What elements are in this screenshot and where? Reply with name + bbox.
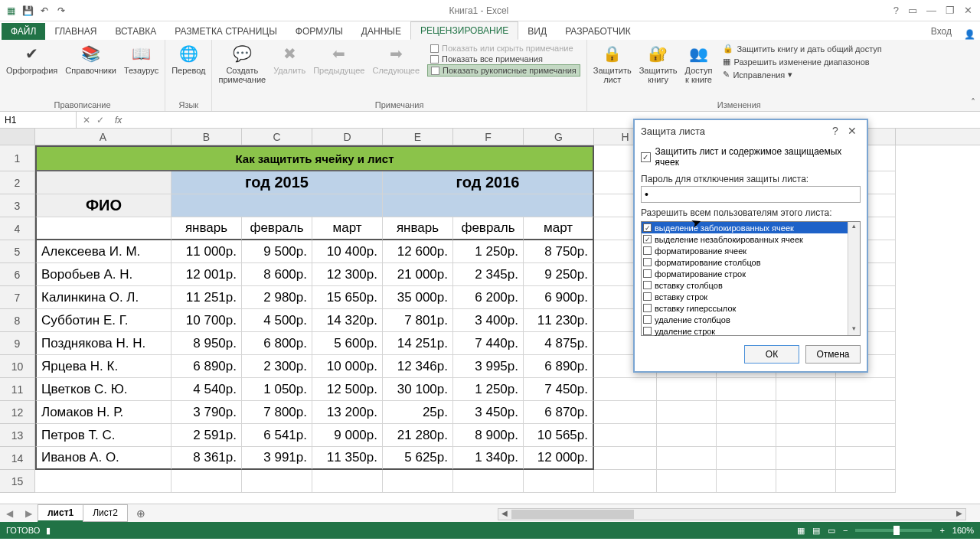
cell[interactable]: 10 700р. bbox=[172, 309, 242, 332]
cell[interactable]: Ярцева Н. К. bbox=[35, 355, 172, 378]
cell[interactable]: год 2016 bbox=[383, 171, 594, 194]
cell[interactable]: 4 500р. bbox=[242, 309, 312, 332]
cell[interactable]: март bbox=[524, 217, 594, 240]
tab-вид[interactable]: ВИД bbox=[518, 23, 556, 40]
cell[interactable] bbox=[776, 447, 836, 470]
cell[interactable]: 30 100р. bbox=[383, 378, 453, 401]
cell[interactable] bbox=[594, 378, 657, 401]
tab-вставка[interactable]: ВСТАВКА bbox=[106, 23, 165, 40]
permission-checkbox[interactable] bbox=[643, 269, 652, 278]
cell[interactable] bbox=[657, 401, 717, 424]
cell[interactable] bbox=[776, 424, 836, 447]
cell[interactable]: год 2015 bbox=[172, 171, 383, 194]
tab-разработчик[interactable]: РАЗРАБОТЧИК bbox=[556, 23, 640, 40]
show-all-comments[interactable]: Показать все примечания bbox=[427, 54, 580, 64]
cell[interactable] bbox=[594, 470, 657, 493]
row-header[interactable]: 11 bbox=[0, 378, 35, 401]
show-hide-comment[interactable]: Показать или скрыть примечание bbox=[427, 43, 580, 54]
cell[interactable] bbox=[836, 470, 896, 493]
password-input[interactable] bbox=[641, 186, 861, 203]
col-header-D[interactable]: D bbox=[312, 129, 383, 145]
protect-content-checkbox[interactable]: ✓Защитить лист и содержимое защищаемых я… bbox=[641, 145, 861, 169]
track-changes-button[interactable]: ✎Исправления ▾ bbox=[720, 69, 884, 80]
cell[interactable]: 6 200р. bbox=[453, 286, 524, 309]
permission-checkbox[interactable] bbox=[643, 304, 652, 312]
permission-checkbox[interactable] bbox=[643, 327, 652, 335]
cell[interactable]: 11 251р. bbox=[172, 286, 242, 309]
save-icon[interactable]: 💾 bbox=[21, 5, 34, 17]
cell[interactable] bbox=[524, 470, 594, 493]
protect-share-button[interactable]: 🔒Защитить книгу и дать общий доступ bbox=[720, 43, 884, 54]
cell[interactable]: 12 346р. bbox=[383, 355, 453, 378]
cell[interactable]: 8 750р. bbox=[524, 240, 594, 263]
cell[interactable]: 7 801р. bbox=[383, 309, 453, 332]
cell[interactable]: 6 890р. bbox=[524, 355, 594, 378]
dialog-close-icon[interactable]: ✕ bbox=[844, 125, 861, 137]
ok-button[interactable]: ОК bbox=[744, 345, 799, 364]
cell[interactable] bbox=[383, 470, 453, 493]
cell[interactable]: Субботин Е. Г. bbox=[35, 309, 172, 332]
permission-item[interactable]: форматирование ячеек bbox=[642, 245, 860, 256]
permission-item[interactable]: вставку гиперссылок bbox=[642, 302, 860, 314]
table-title[interactable]: Как защитить ячейку и лист bbox=[35, 145, 594, 171]
sheet-tab[interactable]: Лист2 bbox=[83, 504, 128, 522]
row-header[interactable]: 4 bbox=[0, 217, 35, 240]
cell[interactable]: 2 300р. bbox=[242, 355, 312, 378]
cell[interactable] bbox=[594, 447, 657, 470]
cell[interactable]: 4 540р. bbox=[172, 378, 242, 401]
cell[interactable]: 6 900р. bbox=[524, 286, 594, 309]
cell[interactable] bbox=[35, 217, 172, 240]
fx-icon[interactable]: fx bbox=[110, 115, 126, 126]
cell[interactable]: 14 320р. bbox=[312, 309, 383, 332]
zoom-slider[interactable] bbox=[855, 529, 932, 532]
cell[interactable]: Петров Т. С. bbox=[35, 424, 172, 447]
permission-item[interactable]: ✓выделение заблокированных ячеек bbox=[642, 222, 860, 233]
cell[interactable]: 5 625р. bbox=[383, 447, 453, 470]
select-all-corner[interactable] bbox=[0, 129, 35, 145]
cell[interactable] bbox=[453, 470, 524, 493]
view-pagebreak-icon[interactable]: ▭ bbox=[828, 526, 835, 536]
col-header-E[interactable]: E bbox=[383, 129, 453, 145]
collapse-ribbon-icon[interactable]: ˄ bbox=[971, 97, 975, 108]
cell[interactable] bbox=[717, 447, 776, 470]
zoom-out-icon[interactable]: − bbox=[843, 526, 848, 535]
permission-item[interactable]: форматирование строк bbox=[642, 268, 860, 279]
cell[interactable]: 8 900р. bbox=[453, 424, 524, 447]
show-ink-comments[interactable]: Показать рукописные примечания bbox=[427, 64, 580, 77]
cell[interactable]: 4 875р. bbox=[524, 332, 594, 355]
cell[interactable]: Позднякова Н. Н. bbox=[35, 332, 172, 355]
thesaurus-button[interactable]: 📖Тезаурус bbox=[124, 43, 158, 75]
avatar-icon[interactable]: 👤 bbox=[959, 29, 980, 40]
cell[interactable]: 10 565р. bbox=[524, 424, 594, 447]
tab-главная[interactable]: ГЛАВНАЯ bbox=[45, 23, 106, 40]
cell[interactable]: Ломаков Н. Р. bbox=[35, 401, 172, 424]
tab-рецензирование[interactable]: РЕЦЕНЗИРОВАНИЕ bbox=[410, 21, 518, 40]
row-header[interactable]: 14 bbox=[0, 447, 35, 470]
cell[interactable] bbox=[717, 401, 776, 424]
cell[interactable]: январь bbox=[172, 217, 242, 240]
cell[interactable]: 8 600р. bbox=[242, 263, 312, 286]
cell[interactable]: 3 450р. bbox=[453, 401, 524, 424]
tab-данные[interactable]: ДАННЫЕ bbox=[352, 23, 410, 40]
permission-item[interactable]: форматирование столбцов bbox=[642, 256, 860, 268]
cell[interactable] bbox=[657, 378, 717, 401]
cell[interactable] bbox=[717, 378, 776, 401]
row-header[interactable]: 6 bbox=[0, 263, 35, 286]
permission-checkbox[interactable]: ✓ bbox=[643, 235, 652, 243]
cell[interactable] bbox=[836, 447, 896, 470]
cell[interactable]: февраль bbox=[453, 217, 524, 240]
cell[interactable] bbox=[836, 378, 896, 401]
allow-edit-ranges-button[interactable]: ▦Разрешить изменение диапазонов bbox=[720, 56, 884, 67]
cell[interactable]: 3 790р. bbox=[172, 401, 242, 424]
permission-item[interactable]: вставку столбцов bbox=[642, 279, 860, 291]
undo-icon[interactable]: ↶ bbox=[38, 5, 51, 17]
name-box[interactable] bbox=[0, 112, 77, 128]
cell[interactable]: март bbox=[312, 217, 383, 240]
zoom-in-icon[interactable]: + bbox=[939, 526, 944, 535]
row-header[interactable]: 5 bbox=[0, 240, 35, 263]
cell[interactable]: 1 250р. bbox=[453, 378, 524, 401]
cell[interactable]: 12 001р. bbox=[172, 263, 242, 286]
permission-item[interactable]: удаление строк bbox=[642, 325, 860, 337]
permission-checkbox[interactable] bbox=[643, 292, 652, 301]
cell[interactable]: 12 600р. bbox=[383, 240, 453, 263]
